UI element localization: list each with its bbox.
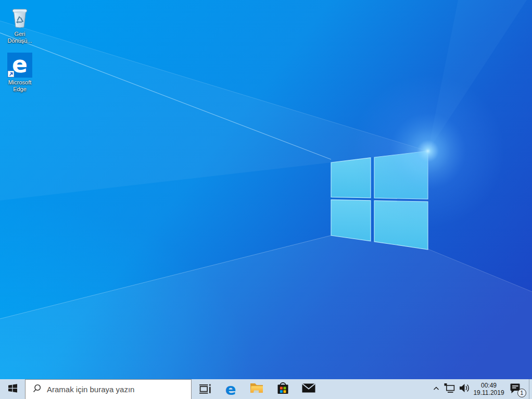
clock-time: 00:49	[481, 382, 497, 389]
desktop-wallpaper	[0, 0, 532, 379]
show-desktop-button[interactable]	[529, 379, 532, 399]
network-icon	[444, 382, 456, 396]
volume-icon	[459, 382, 471, 396]
mail-icon	[301, 382, 316, 396]
microsoft-store-button[interactable]	[270, 379, 296, 399]
start-button[interactable]	[0, 379, 25, 399]
taskbar-search[interactable]	[25, 379, 192, 399]
network-button[interactable]	[442, 379, 457, 399]
edge-icon: e	[225, 381, 236, 397]
microsoft-store-icon	[276, 381, 290, 397]
file-explorer-button[interactable]	[244, 379, 270, 399]
taskbar-clock[interactable]: 00:49 19.11.2019	[472, 379, 506, 399]
volume-button[interactable]	[457, 379, 472, 399]
clock-date: 19.11.2019	[473, 389, 504, 396]
edge-taskbar-button[interactable]: e	[218, 379, 244, 399]
shortcut-arrow-icon	[8, 71, 14, 77]
desktop-icon-label: Geri Dönüşü...	[7, 31, 32, 44]
edge-e-glyph: e	[12, 53, 28, 77]
desktop-icon-recycle-bin[interactable]: Geri Dönüşü...	[1, 3, 39, 44]
desktop-icon-label: Microsoft Edge	[8, 79, 32, 93]
search-input[interactable]	[47, 385, 191, 394]
task-view-button[interactable]	[192, 379, 218, 399]
taskbar: e	[0, 379, 532, 399]
system-tray: 00:49 19.11.2019 1	[430, 379, 532, 399]
tray-overflow-button[interactable]	[430, 379, 442, 399]
desktop-icon-microsoft-edge[interactable]: e Microsoft Edge	[1, 52, 39, 93]
notification-badge: 1	[517, 389, 526, 397]
windows-logo-icon	[8, 384, 17, 395]
microsoft-edge-icon: e	[7, 53, 32, 78]
chevron-up-icon	[433, 384, 440, 394]
mail-button[interactable]	[296, 379, 322, 399]
file-explorer-icon	[249, 382, 264, 396]
action-center-button[interactable]: 1	[506, 379, 529, 399]
search-icon	[32, 384, 42, 395]
desktop[interactable]: Geri Dönüşü... e Microsoft	[0, 0, 532, 379]
task-view-icon	[198, 381, 212, 397]
windows-desktop-screen: Geri Dönüşü... e Microsoft	[0, 0, 532, 399]
recycle-bin-icon	[10, 3, 29, 29]
